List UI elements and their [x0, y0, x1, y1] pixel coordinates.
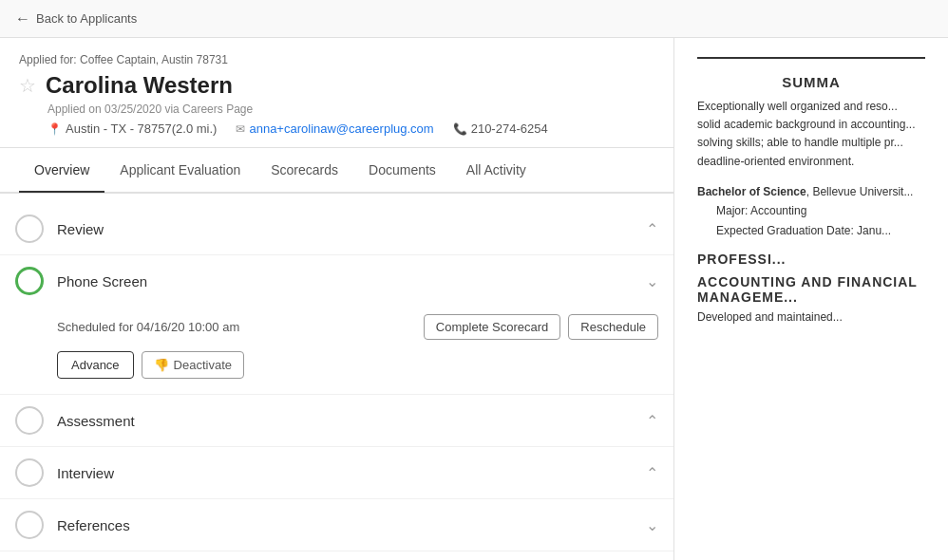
edu-major: Major: Accounting: [697, 204, 806, 217]
action-buttons: Complete Scorecard Reschedule: [424, 314, 658, 340]
stage-phone-screen: Phone Screen ⌄ Scheduled for 04/16/20 10…: [0, 255, 673, 395]
email-icon: ✉: [236, 122, 245, 136]
back-label: Back to Applicants: [36, 11, 137, 26]
phone-contact: 📞 210-274-6254: [453, 121, 548, 136]
stage-references-chevron: ⌄: [646, 516, 658, 534]
stage-interview-name: Interview: [57, 465, 646, 481]
education-section: Bachelor of Science, Bellevue Universit.…: [697, 182, 925, 240]
tab-all-activity[interactable]: All Activity: [451, 149, 541, 191]
top-nav: ← Back to Applicants: [0, 0, 948, 38]
contact-row: 📍 Austin - TX - 78757(2.0 mi.) ✉ anna+ca…: [19, 121, 654, 136]
applied-on: Applied on 03/25/2020 via Careers Page: [19, 103, 654, 116]
stage-interview: Interview ⌃: [0, 447, 673, 499]
professional-section-title: PROFESSI...: [697, 252, 925, 267]
exp-title: Accounting and Financial Manageme...: [697, 274, 925, 305]
summary-text: Exceptionally well organized and reso...…: [697, 98, 925, 171]
applicant-name-row: ☆ Carolina Western: [19, 72, 654, 99]
scheduled-text: Scheduled for 04/16/20 10:00 am: [57, 320, 239, 334]
summary-section-title: SUMMA: [697, 74, 925, 90]
stage-review: Review ⌃: [0, 203, 673, 255]
main-layout: Applied for: Coffee Captain, Austin 7873…: [0, 38, 948, 560]
stage-interview-chevron: ⌃: [646, 464, 658, 482]
star-icon[interactable]: ☆: [19, 74, 36, 97]
exp-text: Developed and maintained...: [697, 308, 925, 327]
stage-assessment-chevron: ⌃: [646, 412, 658, 430]
edu-graduation: Expected Graduation Date: Janu...: [697, 224, 891, 237]
deactivate-button[interactable]: 👎 Deactivate: [142, 351, 244, 379]
stage-assessment-circle: [15, 406, 44, 435]
applied-for: Applied for: Coffee Captain, Austin 7873…: [19, 53, 654, 66]
phone-icon: 📞: [453, 122, 467, 136]
complete-scorecard-button[interactable]: Complete Scorecard: [424, 314, 561, 340]
left-panel: Applied for: Coffee Captain, Austin 7873…: [0, 38, 674, 560]
edu-degree: Bachelor of Science: [697, 185, 806, 198]
reschedule-button[interactable]: Reschedule: [568, 314, 658, 340]
stage-review-header[interactable]: Review ⌃: [0, 203, 673, 254]
location-text: Austin - TX - 78757(2.0 mi.): [66, 121, 217, 136]
email-text[interactable]: anna+carolinaw@careerplug.com: [249, 121, 433, 136]
stage-phone-screen-chevron: ⌄: [646, 272, 658, 290]
stage-assessment: Assessment ⌃: [0, 395, 673, 447]
thumbs-down-icon: 👎: [154, 358, 169, 372]
tab-scorecards[interactable]: Scorecards: [256, 149, 353, 191]
stage-references-header[interactable]: References ⌄: [0, 499, 673, 551]
tab-documents[interactable]: Documents: [353, 149, 451, 191]
stages-list: Review ⌃ Phone Screen ⌄ Scheduled for 04…: [0, 194, 673, 560]
stage-review-circle: [15, 215, 44, 243]
applicant-header: Applied for: Coffee Captain, Austin 7873…: [0, 38, 673, 148]
stage-assessment-name: Assessment: [57, 413, 646, 429]
right-panel: SUMMA Exceptionally well organized and r…: [674, 38, 948, 560]
tab-overview[interactable]: Overview: [19, 149, 104, 191]
back-arrow-icon: ←: [15, 10, 30, 28]
stage-references: References ⌄: [0, 499, 673, 551]
stage-actions: Advance 👎 Deactivate: [57, 351, 658, 379]
back-to-applicants-link[interactable]: ← Back to Applicants: [15, 10, 137, 28]
stage-review-chevron: ⌃: [646, 220, 658, 238]
deactivate-label: Deactivate: [174, 358, 232, 372]
email-contact: ✉ anna+carolinaw@careerplug.com: [236, 121, 433, 136]
resume-divider: [697, 57, 925, 59]
scheduled-row: Scheduled for 04/16/20 10:00 am Complete…: [57, 314, 658, 340]
stage-interview-header[interactable]: Interview ⌃: [0, 447, 673, 498]
applicant-name: Carolina Western: [46, 72, 233, 99]
tabs-bar: Overview Applicant Evaluation Scorecards…: [0, 148, 673, 194]
advance-button[interactable]: Advance: [57, 351, 134, 379]
stage-interview-circle: [15, 458, 44, 487]
stage-review-name: Review: [57, 221, 646, 237]
phone-screen-content: Scheduled for 04/16/20 10:00 am Complete…: [0, 307, 673, 394]
phone-text: 210-274-6254: [471, 121, 548, 136]
location-contact: 📍 Austin - TX - 78757(2.0 mi.): [47, 121, 217, 136]
stage-phone-screen-name: Phone Screen: [57, 273, 646, 289]
stage-assessment-header[interactable]: Assessment ⌃: [0, 395, 673, 446]
tab-applicant-evaluation[interactable]: Applicant Evaluation: [104, 149, 256, 191]
stage-phone-screen-circle: [15, 267, 44, 295]
stage-references-name: References: [57, 517, 646, 533]
stage-phone-screen-header[interactable]: Phone Screen ⌄: [0, 255, 673, 307]
edu-university: , Bellevue Universit...: [806, 185, 914, 198]
stage-references-circle: [15, 511, 44, 539]
location-icon: 📍: [47, 122, 62, 136]
